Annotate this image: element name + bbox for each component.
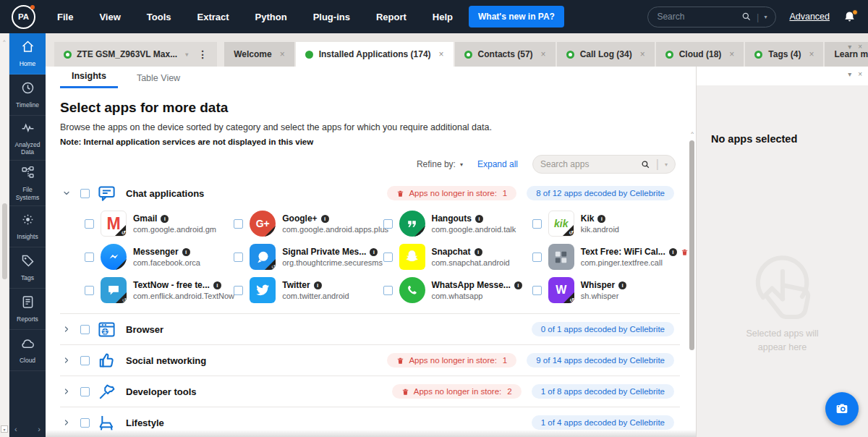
chevron-down-icon: ▾ (460, 161, 463, 168)
menu-tools[interactable]: Tools (147, 12, 171, 22)
info-icon[interactable]: i (321, 215, 329, 223)
category-checkbox[interactable] (80, 418, 90, 428)
tab-close-icon[interactable]: × (640, 49, 645, 59)
sidebar-item-file-systems[interactable]: File Systems (9, 161, 46, 205)
app-package: com.facebook.orca (133, 258, 200, 267)
info-icon[interactable]: i (597, 215, 605, 223)
edge-scrollbar-thumb[interactable] (2, 203, 7, 279)
main-scrollbar-thumb[interactable] (689, 140, 694, 350)
global-search-input[interactable] (657, 12, 736, 22)
category-row: Browser0 of 1 apps decoded by Cellebrite (60, 314, 680, 344)
notifications-bell-icon[interactable] (843, 10, 856, 24)
tab-installed-applications-174[interactable]: Installed Applications (174)× (296, 42, 454, 67)
category-checkbox[interactable] (80, 189, 90, 198)
info-icon[interactable]: i (514, 281, 522, 289)
category-checkbox[interactable] (80, 325, 90, 334)
search-icon[interactable] (641, 160, 650, 169)
info-icon[interactable]: i (161, 215, 169, 223)
info-icon[interactable]: i (314, 281, 322, 289)
sidebar-next-icon[interactable]: › (38, 425, 41, 433)
chevron-down-icon[interactable] (60, 189, 73, 198)
advanced-search-link[interactable]: Advanced (789, 12, 830, 22)
info-icon[interactable]: i (213, 281, 221, 289)
app-checkbox[interactable] (532, 286, 542, 295)
collapse-panel-icon[interactable]: ▾ (848, 43, 851, 51)
app-checkbox[interactable] (85, 253, 94, 262)
generic-app-icon (548, 244, 574, 270)
search-dropdown-caret[interactable]: ▾ (665, 161, 668, 168)
tab-dropdown-caret[interactable]: ▾ (185, 51, 188, 58)
collapse-panel-icon[interactable]: ▾ (848, 70, 851, 78)
trash-icon (396, 357, 404, 365)
tab-close-icon[interactable]: × (541, 49, 546, 59)
tap-hand-icon (726, 239, 838, 336)
menu-file[interactable]: File (57, 12, 73, 22)
chevron-right-icon[interactable] (60, 325, 73, 334)
tab-close-icon[interactable]: × (280, 49, 285, 59)
tab-call-log-34[interactable]: Call Log (34)× (557, 42, 655, 67)
info-icon[interactable]: i (475, 215, 483, 223)
edge-scroll-up-icon[interactable]: ^ (0, 39, 9, 44)
sidebar-item-tags[interactable]: Tags (9, 247, 46, 289)
menu-python[interactable]: Python (255, 12, 287, 22)
app-tile-whisper: W↺Whisperish.whisper (532, 277, 677, 303)
scroll-up-icon[interactable]: ^ (691, 130, 694, 137)
search-dropdown-caret[interactable]: ▾ (764, 14, 767, 20)
app-checkbox[interactable] (234, 286, 243, 295)
edge-bottom-toggle[interactable]: ▾ (1, 425, 8, 433)
refine-by-dropdown[interactable]: Refine by: ▾ (417, 159, 463, 169)
info-icon[interactable]: i (618, 281, 626, 289)
sidebar-prev-icon[interactable]: ‹ (14, 425, 17, 433)
menu-extract[interactable]: Extract (197, 12, 229, 22)
subtab-insights[interactable]: Insights (60, 67, 118, 88)
app-checkbox[interactable] (85, 286, 94, 295)
sidebar-item-cloud[interactable]: Cloud (9, 330, 46, 371)
close-panel-icon[interactable]: × (858, 70, 862, 78)
store-warning-badge: Apps no longer in store:1 (387, 353, 516, 368)
sidebar-item-home[interactable]: Home (9, 33, 46, 75)
menu-report[interactable]: Report (376, 12, 407, 22)
sidebar-item-insights[interactable]: Insights (9, 206, 46, 247)
tab-tags-4[interactable]: Tags (4)× (745, 42, 823, 67)
tab-welcome[interactable]: Welcome× (224, 42, 294, 67)
apps-search-input[interactable] (540, 159, 635, 169)
sidebar-item-analyzed-data[interactable]: Analyzed Data (9, 116, 46, 161)
tab-cloud-18[interactable]: Cloud (18)× (656, 42, 744, 67)
menu-plug-ins[interactable]: Plug-ins (313, 12, 350, 22)
info-icon[interactable]: i (475, 248, 482, 256)
sidebar-item-reports[interactable]: Reports (9, 289, 46, 330)
expand-all-link[interactable]: Expand all (477, 159, 518, 169)
category-checkbox[interactable] (80, 356, 90, 365)
close-panel-icon[interactable]: × (858, 43, 862, 51)
chevron-right-icon[interactable] (60, 387, 73, 396)
info-icon[interactable]: i (370, 248, 378, 256)
tab-close-icon[interactable]: × (439, 49, 444, 59)
app-checkbox[interactable] (383, 253, 393, 262)
tab-kebab-menu-icon[interactable]: ⋮ (197, 48, 208, 60)
tab-close-icon[interactable]: × (729, 49, 734, 59)
tab-close-icon[interactable]: × (809, 49, 814, 59)
app-checkbox[interactable] (532, 253, 542, 262)
app-checkbox[interactable] (383, 286, 393, 295)
chevron-right-icon[interactable] (60, 418, 73, 427)
whats-new-button[interactable]: What's new in PA? (469, 6, 564, 27)
subtab-table-view[interactable]: Table View (125, 69, 192, 88)
info-icon[interactable]: i (669, 248, 677, 256)
menu-view[interactable]: View (99, 12, 120, 22)
menu-help[interactable]: Help (433, 12, 453, 22)
screenshot-camera-button[interactable] (825, 392, 859, 425)
tags-icon (20, 253, 35, 271)
app-checkbox[interactable] (234, 253, 243, 262)
pa-logo[interactable]: PA (12, 5, 35, 29)
app-checkbox[interactable] (85, 219, 94, 229)
category-checkbox[interactable] (80, 387, 90, 396)
tab-device-extraction[interactable]: ZTE GSM_Z963VL Max... ▾ ⋮ (54, 42, 217, 67)
app-checkbox[interactable] (234, 219, 243, 229)
sidebar-item-timeline[interactable]: Timeline (9, 75, 46, 116)
tab-contacts-57[interactable]: Contacts (57)× (455, 42, 556, 67)
search-icon[interactable] (741, 12, 752, 22)
info-icon[interactable]: i (182, 248, 190, 256)
app-checkbox[interactable] (532, 219, 542, 229)
chevron-right-icon[interactable] (60, 356, 73, 365)
app-checkbox[interactable] (383, 219, 393, 229)
